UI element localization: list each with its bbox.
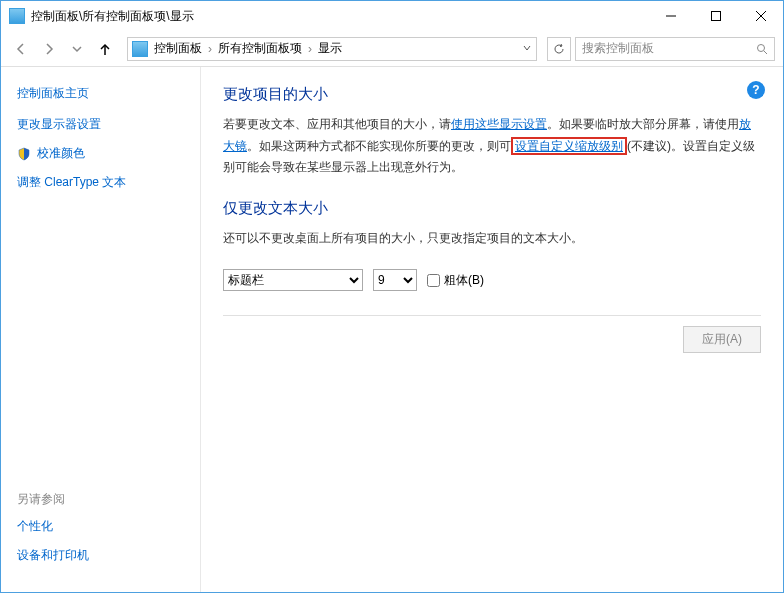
address-bar[interactable]: 控制面板 › 所有控制面板项 › 显示: [127, 37, 537, 61]
size-combobox[interactable]: 9: [373, 269, 417, 291]
sidebar-link-display-settings[interactable]: 更改显示器设置: [17, 116, 184, 133]
titlebar: 控制面板\所有控制面板项\显示: [1, 1, 783, 31]
search-icon: [756, 43, 768, 55]
sidebar: 控制面板主页 更改显示器设置 校准颜色 调整 ClearType 文本 另请参阅…: [1, 67, 201, 592]
paragraph-1: 若要更改文本、应用和其他项目的大小，请使用这些显示设置。如果要临时放大部分屏幕，…: [223, 114, 761, 179]
forward-button[interactable]: [37, 37, 61, 61]
heading-text-only: 仅更改文本大小: [223, 199, 761, 218]
breadcrumb[interactable]: 控制面板: [154, 40, 202, 57]
up-button[interactable]: [93, 37, 117, 61]
address-icon: [132, 41, 148, 57]
apply-button[interactable]: 应用(A): [683, 326, 761, 353]
svg-line-6: [764, 51, 767, 54]
see-also-personalization[interactable]: 个性化: [17, 518, 89, 535]
content-pane: ? 更改项目的大小 若要更改文本、应用和其他项目的大小，请使用这些显示设置。如果…: [201, 67, 783, 592]
sidebar-link-calibrate-color[interactable]: 校准颜色: [17, 145, 184, 162]
link-custom-scaling[interactable]: 设置自定义缩放级别: [511, 137, 627, 155]
chevron-right-icon[interactable]: ›: [202, 42, 218, 56]
svg-point-5: [758, 44, 765, 51]
window-title: 控制面板\所有控制面板项\显示: [31, 8, 648, 25]
refresh-button[interactable]: [547, 37, 571, 61]
bold-checkbox[interactable]: [427, 274, 440, 287]
chevron-right-icon[interactable]: ›: [302, 42, 318, 56]
svg-rect-1: [711, 12, 720, 21]
address-dropdown[interactable]: [522, 42, 532, 56]
close-button[interactable]: [738, 1, 783, 31]
bold-checkbox-label[interactable]: 粗体(B): [427, 272, 484, 289]
back-button[interactable]: [9, 37, 33, 61]
recent-dropdown[interactable]: [65, 37, 89, 61]
breadcrumb[interactable]: 所有控制面板项: [218, 40, 302, 57]
shield-icon: [17, 147, 31, 161]
sidebar-home-link[interactable]: 控制面板主页: [17, 85, 184, 102]
maximize-button[interactable]: [693, 1, 738, 31]
breadcrumb[interactable]: 显示: [318, 40, 342, 57]
help-icon[interactable]: ?: [747, 81, 765, 99]
minimize-button[interactable]: [648, 1, 693, 31]
heading-change-size: 更改项目的大小: [223, 85, 761, 104]
control-panel-icon: [9, 8, 25, 24]
item-combobox[interactable]: 标题栏: [223, 269, 363, 291]
link-display-settings[interactable]: 使用这些显示设置: [451, 117, 547, 131]
search-input[interactable]: 搜索控制面板: [575, 37, 775, 61]
sidebar-link-cleartype[interactable]: 调整 ClearType 文本: [17, 174, 184, 191]
search-placeholder: 搜索控制面板: [582, 40, 756, 57]
paragraph-2: 还可以不更改桌面上所有项目的大小，只更改指定项目的文本大小。: [223, 228, 761, 250]
toolbar: 控制面板 › 所有控制面板项 › 显示 搜索控制面板: [1, 31, 783, 67]
see-also-devices-printers[interactable]: 设备和打印机: [17, 547, 89, 564]
see-also-heading: 另请参阅: [17, 491, 89, 508]
